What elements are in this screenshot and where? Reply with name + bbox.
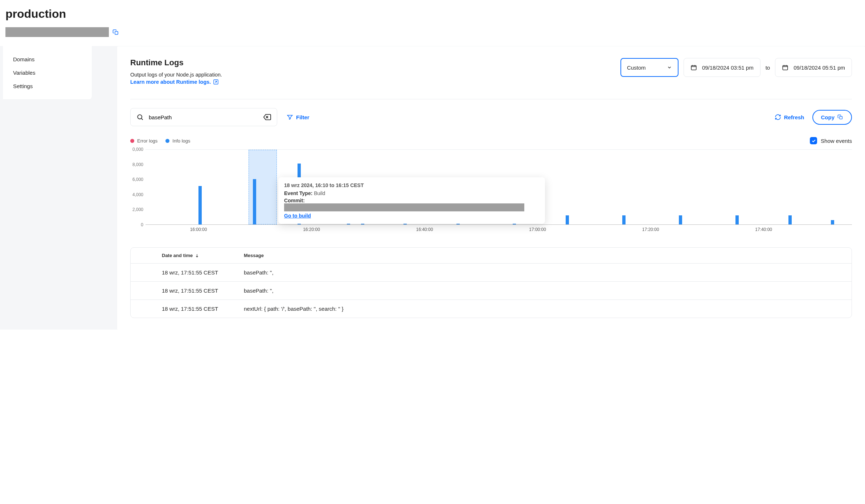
copy-label: Copy	[821, 114, 835, 120]
sidebar-item-settings[interactable]: Settings	[3, 79, 92, 93]
chart-bar[interactable]	[622, 215, 626, 224]
refresh-button[interactable]: Refresh	[775, 114, 804, 120]
chart-bar[interactable]	[566, 215, 569, 224]
range-select-value: Custom	[627, 65, 646, 71]
row-message: nextUrl: { path: '/', basePath: '', sear…	[244, 306, 852, 312]
row-message: basePath: '',	[244, 269, 852, 276]
svg-rect-5	[840, 116, 842, 119]
chart-bar[interactable]	[735, 215, 739, 224]
svg-rect-2	[691, 66, 696, 70]
chart-bar[interactable]	[788, 215, 792, 224]
legend-error: Error logs	[130, 138, 157, 144]
page-title: production	[5, 7, 860, 21]
show-events-label: Show events	[821, 138, 852, 144]
table-row[interactable]: 18 wrz, 17:51:55 CESTbasePath: '',	[131, 282, 852, 300]
y-tick-label: 4,000	[132, 192, 143, 197]
tooltip-build-link[interactable]: Go to build	[284, 213, 539, 219]
svg-point-4	[138, 115, 142, 119]
legend-info-label: Info logs	[172, 138, 190, 144]
y-tick-label: 2,000	[132, 207, 143, 212]
refresh-icon	[775, 114, 781, 120]
tooltip-commit-redacted	[284, 203, 524, 211]
x-tick-label: 17:20:00	[642, 227, 659, 232]
row-message: basePath: '',	[244, 288, 852, 294]
date-to-input[interactable]: 09/18/2024 05:51 pm	[775, 58, 852, 77]
learn-more-label: Learn more about Runtime logs.	[130, 79, 211, 85]
row-date: 18 wrz, 17:51:55 CEST	[162, 288, 244, 294]
table-col-message[interactable]: Message	[244, 253, 852, 258]
legend-info: Info logs	[165, 138, 190, 144]
section-subtext: Output logs of your Node.js application.	[130, 72, 222, 78]
chevron-down-icon	[667, 65, 672, 70]
table-row[interactable]: 18 wrz, 17:51:55 CESTbasePath: '',	[131, 264, 852, 282]
tooltip-commit-label: Commit:	[284, 198, 305, 203]
table-header: Date and time Message	[131, 248, 852, 264]
url-redacted	[5, 27, 109, 37]
sidebar-item-domains[interactable]: Domains	[3, 53, 92, 66]
calendar-icon	[690, 64, 697, 71]
copy-icon[interactable]	[112, 29, 119, 36]
sort-down-icon	[195, 253, 199, 258]
external-link-icon	[213, 79, 219, 85]
search-box	[130, 108, 277, 126]
y-tick-label: 0,000	[132, 147, 143, 152]
copy-button[interactable]: Copy	[812, 110, 852, 125]
y-tick-label: 6,000	[132, 177, 143, 182]
x-tick-label: 16:40:00	[416, 227, 433, 232]
table-row[interactable]: 18 wrz, 17:51:55 CESTnextUrl: { path: '/…	[131, 300, 852, 318]
x-tick-label: 16:20:00	[303, 227, 320, 232]
tooltip-title: 18 wrz 2024, 16:10 to 16:15 CEST	[284, 182, 539, 188]
date-from-input[interactable]: 09/18/2024 03:51 pm	[684, 58, 761, 77]
learn-more-link[interactable]: Learn more about Runtime logs.	[130, 79, 219, 85]
filter-icon	[287, 114, 293, 120]
chart-bar[interactable]	[679, 215, 682, 224]
date-to-label: to	[766, 65, 770, 71]
refresh-label: Refresh	[784, 114, 804, 120]
range-select[interactable]: Custom	[620, 58, 679, 77]
filter-label: Filter	[296, 114, 309, 120]
calendar-icon	[782, 64, 788, 71]
logs-table: Date and time Message 18 wrz, 17:51:55 C…	[130, 247, 852, 318]
x-tick-label: 17:00:00	[529, 227, 546, 232]
row-date: 18 wrz, 17:51:55 CEST	[162, 269, 244, 276]
tooltip-event-type-value: Build	[314, 190, 325, 196]
svg-rect-0	[115, 31, 118, 34]
chart-tooltip: 18 wrz 2024, 16:10 to 16:15 CEST Event T…	[278, 177, 545, 224]
show-events-checkbox[interactable]	[810, 137, 817, 144]
show-events-toggle[interactable]: Show events	[810, 137, 852, 144]
date-from-value: 09/18/2024 03:51 pm	[702, 65, 754, 71]
sidebar: Domains Variables Settings	[3, 46, 92, 99]
x-tick-label: 16:00:00	[190, 227, 207, 232]
logs-chart[interactable]: 02,0004,0006,0008,0000,000 18 wrz 2024, …	[130, 149, 852, 235]
chart-bar[interactable]	[198, 186, 202, 224]
legend-info-dot	[165, 139, 169, 143]
search-input[interactable]	[149, 114, 258, 120]
chart-bar[interactable]	[253, 179, 256, 224]
clear-search-icon[interactable]	[263, 113, 271, 121]
search-icon	[136, 113, 144, 121]
table-col-date-label: Date and time	[162, 253, 193, 258]
x-tick-label: 17:40:00	[755, 227, 772, 232]
sidebar-item-variables[interactable]: Variables	[3, 66, 92, 79]
y-tick-label: 8,000	[132, 162, 143, 167]
svg-rect-3	[783, 66, 788, 70]
check-icon	[811, 139, 816, 143]
section-title: Runtime Logs	[130, 58, 222, 67]
y-tick-label: 0	[141, 222, 143, 227]
table-col-date[interactable]: Date and time	[162, 253, 244, 258]
tooltip-event-type-label: Event Type:	[284, 190, 312, 196]
legend-error-label: Error logs	[137, 138, 157, 144]
row-date: 18 wrz, 17:51:55 CEST	[162, 306, 244, 312]
legend-error-dot	[130, 139, 134, 143]
filter-button[interactable]: Filter	[287, 114, 309, 120]
date-to-value: 09/18/2024 05:51 pm	[794, 65, 845, 71]
chart-bar[interactable]	[831, 220, 834, 224]
copy-icon	[837, 114, 843, 120]
